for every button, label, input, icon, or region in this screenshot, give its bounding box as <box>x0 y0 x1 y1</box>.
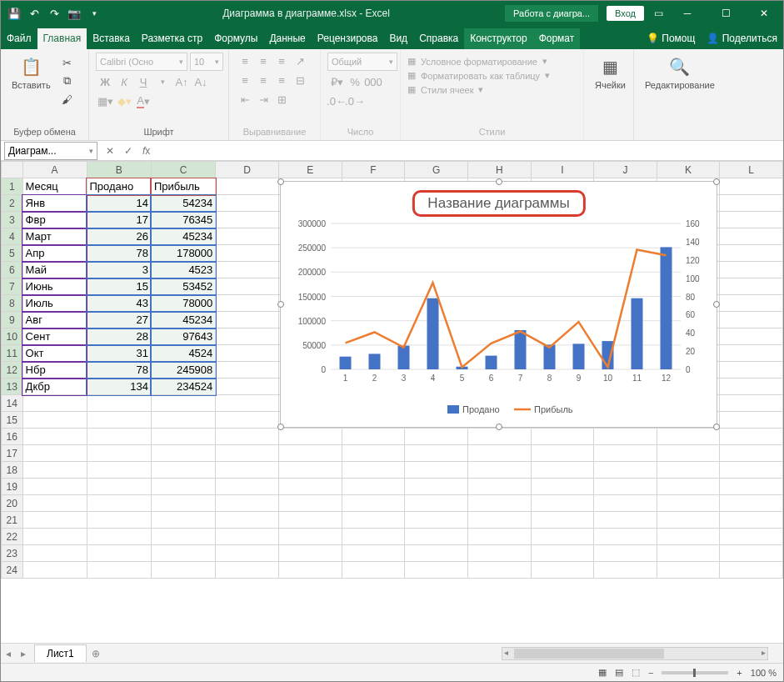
tab-справка[interactable]: Справка <box>413 28 464 49</box>
cell[interactable] <box>278 512 342 529</box>
cell[interactable] <box>278 545 342 562</box>
cell[interactable] <box>594 429 657 445</box>
sheet-tab[interactable]: Лист1 <box>34 644 87 662</box>
cell[interactable] <box>720 278 783 295</box>
cell[interactable] <box>467 445 531 462</box>
cell[interactable] <box>342 445 405 462</box>
tab-рецензирова[interactable]: Рецензирова <box>312 28 384 49</box>
cell[interactable]: Окт <box>22 345 87 362</box>
cell[interactable]: 43 <box>87 295 151 312</box>
format-painter-icon[interactable]: 🖌 <box>58 91 77 108</box>
row-header[interactable]: 24 <box>2 562 23 579</box>
ribbon-display-icon[interactable]: ▭ <box>654 8 663 19</box>
cell[interactable] <box>720 445 783 462</box>
cell[interactable] <box>594 495 657 512</box>
tab-формулы[interactable]: Формулы <box>208 28 263 49</box>
cell[interactable] <box>278 429 342 445</box>
col-header[interactable]: F <box>342 162 405 178</box>
cell[interactable] <box>216 395 279 412</box>
fx-icon[interactable]: fx <box>137 145 155 157</box>
italic-button[interactable]: К <box>115 73 133 90</box>
paste-button[interactable]: 📋 Вставить <box>7 53 55 93</box>
cell[interactable] <box>594 512 657 529</box>
row-header[interactable]: 11 <box>2 345 23 362</box>
cell[interactable]: 53452 <box>151 278 215 295</box>
horizontal-scrollbar[interactable]: ◂ ▸ <box>502 647 768 660</box>
cell[interactable]: Май <box>22 262 87 278</box>
cell[interactable] <box>467 545 531 562</box>
cell-styles[interactable]: Стили ячеек <box>421 85 473 95</box>
cell[interactable] <box>151 529 215 545</box>
cell[interactable] <box>216 412 279 429</box>
cell[interactable] <box>22 395 87 412</box>
cell[interactable] <box>405 529 468 545</box>
cell[interactable] <box>720 429 783 445</box>
cell[interactable] <box>720 412 783 429</box>
row-header[interactable]: 20 <box>2 495 23 512</box>
view-normal-icon[interactable]: ▦ <box>598 667 607 678</box>
cell[interactable]: Март <box>22 228 87 245</box>
cell[interactable] <box>405 545 468 562</box>
cell[interactable] <box>22 429 87 445</box>
row-header[interactable]: 13 <box>2 379 23 395</box>
name-box[interactable]: Диаграм...▾ <box>4 142 97 160</box>
cell[interactable] <box>720 395 783 412</box>
col-header[interactable]: L <box>720 162 783 178</box>
enter-icon[interactable]: ✓ <box>119 145 137 157</box>
cell[interactable] <box>216 262 279 278</box>
redo-icon[interactable]: ↷ <box>47 7 61 20</box>
row-header[interactable]: 9 <box>2 312 23 328</box>
cell[interactable] <box>342 529 405 545</box>
new-sheet-button[interactable]: ⊕ <box>87 648 105 659</box>
cell[interactable] <box>216 212 279 228</box>
cell[interactable] <box>216 295 279 312</box>
zoom-slider[interactable] <box>662 671 728 674</box>
cell[interactable] <box>720 562 783 579</box>
cell[interactable] <box>720 295 783 312</box>
cell[interactable] <box>405 445 468 462</box>
embedded-chart[interactable]: Название диаграммы 050000100000150000200… <box>280 181 717 428</box>
cell[interactable] <box>151 462 215 479</box>
cell[interactable] <box>531 545 594 562</box>
zoom-level[interactable]: 100 % <box>751 668 777 678</box>
copy-icon[interactable]: ⧉ <box>58 73 77 89</box>
grow-font-button[interactable]: A↑ <box>172 73 191 90</box>
cell[interactable]: 4524 <box>151 345 215 362</box>
cell[interactable]: 78000 <box>151 295 215 312</box>
cell[interactable] <box>405 479 468 495</box>
cell[interactable] <box>531 512 594 529</box>
cell[interactable] <box>720 479 783 495</box>
cell[interactable] <box>720 362 783 379</box>
cell[interactable] <box>405 429 468 445</box>
cell[interactable] <box>87 462 151 479</box>
tab-данные[interactable]: Данные <box>263 28 311 49</box>
row-header[interactable]: 15 <box>2 412 23 429</box>
cell[interactable] <box>467 562 531 579</box>
cell[interactable] <box>216 362 279 379</box>
cell[interactable] <box>531 445 594 462</box>
cell[interactable] <box>467 429 531 445</box>
row-header[interactable]: 1 <box>2 178 23 195</box>
undo-icon[interactable]: ↶ <box>27 7 41 20</box>
row-header[interactable]: 5 <box>2 245 23 262</box>
cell[interactable]: 76345 <box>151 212 215 228</box>
cell[interactable] <box>87 562 151 579</box>
share-button[interactable]: 👤 Поделиться <box>701 28 783 49</box>
tab-формат[interactable]: Формат <box>533 28 581 49</box>
cell[interactable]: 97643 <box>151 328 215 345</box>
cell[interactable] <box>151 445 215 462</box>
cell[interactable] <box>405 462 468 479</box>
cell[interactable] <box>657 462 720 479</box>
cell[interactable] <box>594 462 657 479</box>
cell[interactable] <box>531 479 594 495</box>
cell[interactable] <box>531 529 594 545</box>
cell[interactable] <box>278 462 342 479</box>
cell[interactable] <box>22 562 87 579</box>
col-header[interactable]: K <box>657 162 720 178</box>
cell[interactable] <box>216 178 279 195</box>
row-header[interactable]: 17 <box>2 445 23 462</box>
row-header[interactable]: 21 <box>2 512 23 529</box>
formula-input[interactable] <box>155 142 783 160</box>
row-header[interactable]: 16 <box>2 429 23 445</box>
cell[interactable] <box>657 512 720 529</box>
